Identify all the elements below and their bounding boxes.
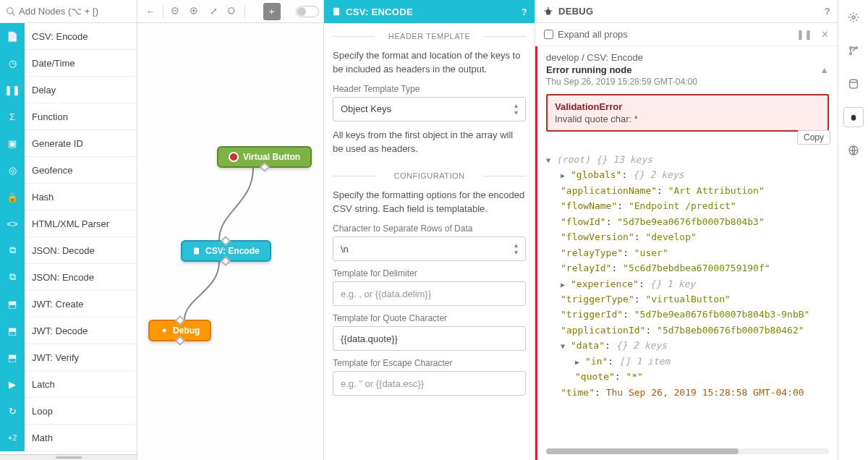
escape-input[interactable] [333,371,526,396]
canvas-toggle[interactable] [296,6,319,17]
file-icon: 📄 [7,31,18,42]
header-type-select[interactable]: Object Keys ▴▾ [333,97,526,122]
panel-title: DEBUG [558,6,593,17]
field-label: Character to Separate Rows of Data [333,223,526,234]
field-label: Header Template Type [333,84,526,94]
node-label: Function [25,111,68,122]
svg-point-19 [849,80,857,82]
globe-button[interactable] [843,140,864,161]
copy-button[interactable]: Copy [797,130,830,145]
node-label: JWT: Decode [25,325,88,336]
palette-resize-handle[interactable] [0,454,137,460]
node-item[interactable]: ⧉JSON: Encode [0,264,137,291]
timestamp: Thu Sep 26, 2019 15:28:59 GMT-04:00 [546,77,829,87]
expand-all-label: Expand all props [558,29,628,40]
help-button[interactable]: ? [825,6,830,17]
delimiter-field[interactable] [341,289,518,299]
close-button[interactable]: ✕ [821,29,829,40]
chevron-updown-icon: ▴▾ [514,242,518,256]
bug-icon [848,111,859,123]
node-item[interactable]: ❚❚Delay [0,77,137,103]
panel-title: CSV: ENCODE [346,7,413,17]
svg-point-7 [229,7,234,13]
horizontal-scrollbar[interactable] [546,448,829,454]
node-item[interactable]: ⬒JWT: Create [0,291,137,318]
quote-input[interactable] [333,326,526,351]
node-label: Math [25,433,53,443]
section-header: HEADER TEMPLATE [333,23,526,49]
globe-icon [848,145,859,156]
json-icon: ⧉ [9,244,16,256]
jwt-icon: ⬒ [8,299,17,310]
help-button[interactable]: ? [522,7,527,17]
jwt-icon: ⬒ [8,352,17,363]
node-item[interactable]: ⬒JWT: Decode [0,318,137,344]
search-icon [6,7,16,17]
node-item[interactable]: +2Math [0,425,137,451]
back-button[interactable]: ← [142,3,159,20]
node-label: CSV: Encode [25,31,88,42]
badge-icon: ▣ [8,138,17,149]
svg-point-9 [163,329,166,333]
zoom-reset-button[interactable] [224,3,241,20]
svg-point-18 [855,47,857,49]
escape-field[interactable] [341,378,518,389]
virtual-button-node[interactable]: Virtual Button [217,146,312,168]
node-item[interactable]: ΣFunction [0,103,137,130]
storage-button[interactable] [843,74,864,94]
pause-icon: ❚❚ [4,85,20,95]
gear-icon [848,12,859,23]
collapse-icon[interactable]: ▲ [820,64,829,75]
node-label: HTML/XML Parser [25,218,109,229]
delimiter-input[interactable] [333,281,526,306]
csv-encode-node[interactable]: CSV: Encode [181,240,271,262]
node-item[interactable]: <>HTML/XML Parser [0,210,137,237]
svg-point-11 [546,9,551,14]
error-type: ValidationError [555,101,820,112]
branch-button[interactable] [843,41,864,61]
bug-icon [542,6,554,17]
node-title: Virtual Button [243,152,300,162]
svg-rect-10 [333,8,339,16]
node-item[interactable]: ▶Latch [0,371,137,398]
json-icon: ⧉ [9,271,16,283]
node-item[interactable]: 🔒Hash [0,184,137,210]
node-item[interactable]: ◎Geofence [0,157,137,184]
expand-all-checkbox[interactable] [544,30,553,39]
debug-tab-button[interactable] [843,107,864,127]
run-icon: ▶ [9,379,16,390]
node-item[interactable]: ⧉JSON: Decode [0,237,137,264]
section-header: CONFIGURATION [333,163,526,189]
row-separator-select[interactable]: \n ▴▾ [333,237,526,261]
field-note: All keys from the first object in the ar… [333,129,526,156]
settings-button[interactable] [843,7,864,27]
node-item[interactable]: ⬒JWT: Verify [0,344,137,371]
node-label: JWT: Create [25,299,84,310]
node-search-input[interactable] [19,6,131,17]
zoom-in-button[interactable] [186,3,203,20]
pause-button[interactable]: ❚❚ [796,29,812,40]
node-item[interactable]: 📄CSV: Encode [0,23,137,50]
sigma-icon: Σ [9,111,15,122]
debug-node[interactable]: Debug [148,320,211,341]
right-rail [838,0,868,460]
quote-field[interactable] [341,333,518,344]
node-search[interactable] [0,0,137,23]
flow-canvas[interactable]: Virtual Button CSV: Encode Debug [137,23,323,460]
node-item[interactable]: ◷Date/Time [0,50,137,77]
node-item[interactable]: ▣Generate ID [0,130,137,157]
record-icon [229,152,239,162]
jwt-icon: ⬒ [8,325,17,336]
add-button[interactable]: ＋ [263,3,281,20]
select-value: \n [341,244,349,255]
section-description: Specify the formatting options for the e… [333,189,526,216]
zoom-out-button[interactable] [167,3,184,20]
target-icon: ◎ [9,165,17,176]
node-label: Date/Time [25,58,75,69]
properties-header: CSV: ENCODE ? [324,0,535,23]
select-value: Object Keys [341,103,391,114]
debug-header: DEBUG ? [535,0,838,23]
node-item[interactable]: ↻Loop [0,398,137,425]
bug-icon [160,326,169,335]
fit-button[interactable]: ⤢ [205,3,222,20]
